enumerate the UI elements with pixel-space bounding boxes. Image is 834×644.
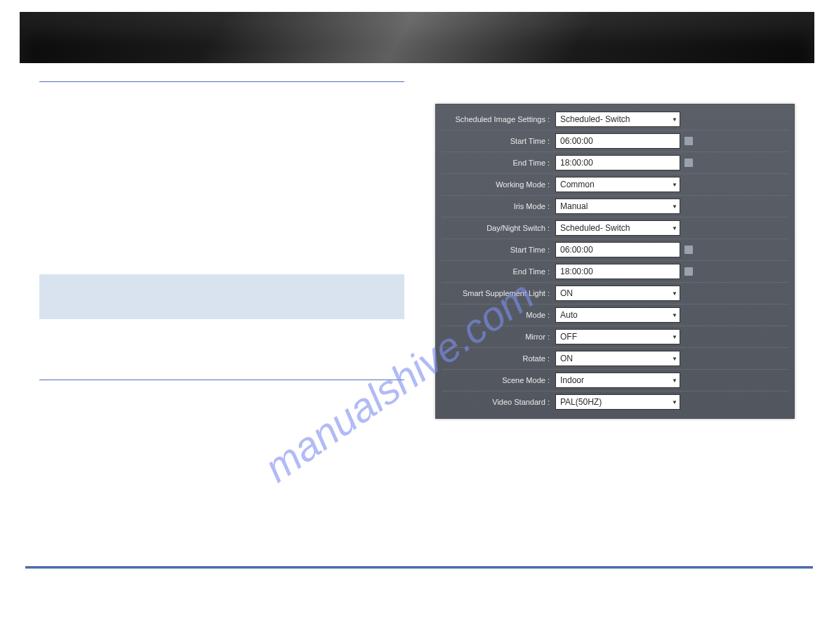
select-scene-mode[interactable] <box>555 373 680 388</box>
calendar-icon[interactable] <box>684 246 693 254</box>
settings-label: Start Time : <box>442 246 555 254</box>
select-working-mode[interactable] <box>555 177 680 192</box>
calendar-icon[interactable] <box>684 159 693 167</box>
settings-row-rotate: Rotate :▼ <box>442 348 788 370</box>
settings-label: Video Standard : <box>442 398 555 406</box>
settings-label: Iris Mode : <box>442 202 555 210</box>
content-area: manualshive.com Scheduled Image Settings… <box>0 63 834 419</box>
settings-field-wrap: ▼ <box>555 394 680 410</box>
settings-field-wrap: ▼ <box>555 177 680 192</box>
settings-row-end-time: End Time : <box>442 261 788 283</box>
settings-row-scheduled-image-settings: Scheduled Image Settings :▼ <box>442 109 788 130</box>
time-field-end-time[interactable] <box>555 264 680 279</box>
left-column <box>39 77 404 419</box>
footer-rule <box>25 566 813 569</box>
settings-row-iris-mode: Iris Mode :▼ <box>442 196 788 217</box>
settings-field-wrap <box>555 155 680 170</box>
settings-label: Rotate : <box>442 354 555 363</box>
divider-top <box>39 81 404 82</box>
select-smart-supplement-light[interactable] <box>555 286 680 301</box>
image-settings-panel: Scheduled Image Settings :▼Start Time :E… <box>435 104 795 419</box>
settings-field-wrap: ▼ <box>555 329 680 344</box>
settings-label: End Time : <box>442 159 555 167</box>
settings-label: Day/Night Switch : <box>442 224 555 232</box>
select-day-night-switch[interactable] <box>555 220 680 236</box>
settings-row-scene-mode: Scene Mode :▼ <box>442 370 788 391</box>
settings-row-mode: Mode :▼ <box>442 304 788 326</box>
settings-field-wrap: ▼ <box>555 199 680 214</box>
settings-row-working-mode: Working Mode :▼ <box>442 174 788 196</box>
settings-row-start-time: Start Time : <box>442 130 788 152</box>
settings-label: Scene Mode : <box>442 376 555 384</box>
time-field-start-time[interactable] <box>555 242 680 257</box>
settings-label: End Time : <box>442 267 555 276</box>
time-field-end-time[interactable] <box>555 155 680 170</box>
calendar-icon[interactable] <box>684 137 693 145</box>
settings-field-wrap: ▼ <box>555 307 680 323</box>
settings-label: Scheduled Image Settings : <box>442 115 555 123</box>
divider-mid <box>39 380 404 380</box>
select-mirror[interactable] <box>555 329 680 344</box>
settings-label: Smart Supplement Light : <box>442 289 555 297</box>
settings-row-end-time: End Time : <box>442 152 788 174</box>
select-rotate[interactable] <box>555 351 680 366</box>
settings-field-wrap: ▼ <box>555 220 680 236</box>
top-banner <box>20 12 814 63</box>
settings-row-video-standard: Video Standard :▼ <box>442 391 788 412</box>
select-video-standard[interactable] <box>555 394 680 410</box>
settings-field-wrap: ▼ <box>555 351 680 366</box>
settings-field-wrap: ▼ <box>555 112 680 127</box>
settings-row-smart-supplement-light: Smart Supplement Light :▼ <box>442 283 788 304</box>
settings-label: Mode : <box>442 311 555 319</box>
settings-row-mirror: Mirror :▼ <box>442 326 788 348</box>
settings-label: Mirror : <box>442 333 555 341</box>
settings-field-wrap <box>555 264 680 279</box>
calendar-icon[interactable] <box>684 267 693 276</box>
right-column: Scheduled Image Settings :▼Start Time :E… <box>404 77 813 419</box>
select-iris-mode[interactable] <box>555 199 680 214</box>
settings-field-wrap <box>555 133 680 149</box>
settings-field-wrap: ▼ <box>555 286 680 301</box>
settings-label: Working Mode : <box>442 180 555 189</box>
select-mode[interactable] <box>555 307 680 323</box>
settings-field-wrap <box>555 242 680 257</box>
settings-row-day-night-switch: Day/Night Switch :▼ <box>442 217 788 239</box>
time-field-start-time[interactable] <box>555 133 680 149</box>
settings-label: Start Time : <box>442 137 555 145</box>
spacer <box>39 319 404 380</box>
select-scheduled-image-settings[interactable] <box>555 112 680 127</box>
settings-field-wrap: ▼ <box>555 373 680 388</box>
settings-row-start-time: Start Time : <box>442 239 788 261</box>
note-block <box>39 274 404 319</box>
